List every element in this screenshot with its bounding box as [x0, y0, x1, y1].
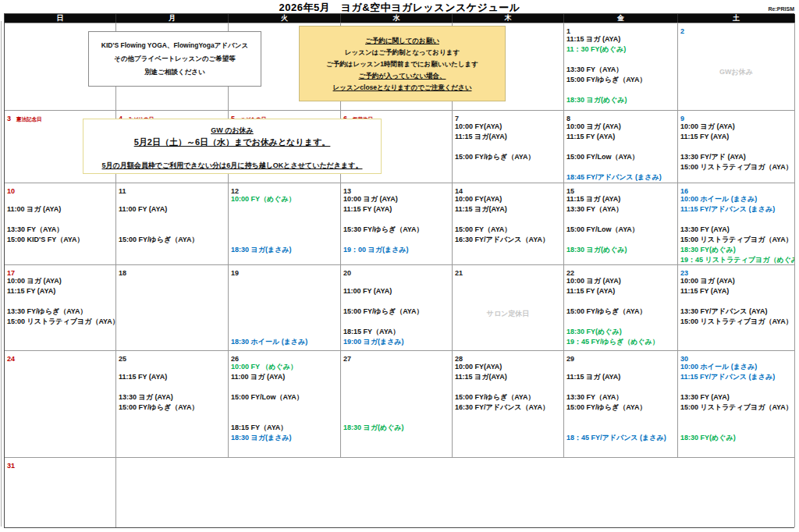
day-cell-14: 1410:00 FY(AYA)11:15 ヨガ(AYA) 15:00 FY（AY… [453, 183, 564, 264]
lesson-entry: 13:30 FY（AYA） [566, 65, 675, 75]
lesson-entry: 19：45 リストラティブヨガ（めぐみ） [680, 255, 792, 264]
lesson-entry: 11:00 ヨガ (AYA) [7, 204, 113, 215]
spacer-line [343, 362, 449, 372]
spacer-line [343, 296, 449, 307]
day-cell-7: 710:00 FY(AYA)11:15 ヨガ(AYA) 15:00 FY/ゆらぎ… [453, 110, 564, 183]
day-header-line: 1 [566, 24, 675, 34]
spacer-line [680, 423, 792, 433]
spacer-line [566, 413, 675, 423]
lesson-entry: 18：45 FY/アドバンス (まさみ) [566, 433, 675, 443]
day-number: 18 [119, 269, 126, 277]
day-cell-19: 19 18:30 ホイール (まさみ) [229, 264, 341, 350]
weekday-header: 火 [229, 14, 341, 23]
spacer-line [343, 235, 449, 245]
day-cell-10: 10 11:00 ヨガ (AYA) 13:30 FY（AYA）15:00 KID… [5, 183, 116, 264]
spacer-line [231, 403, 338, 413]
spacer-line [343, 413, 449, 423]
day-header-line: 22 [566, 266, 675, 276]
private-lesson-note: KID'S Flowing YOGA、FlowingYogaアドバンスその他プラ… [88, 31, 261, 87]
lesson-entry: 11:15 ヨガ(AYA) [455, 372, 561, 382]
lesson-entry: 11:00 FY (AYA) [119, 204, 225, 215]
lesson-entry: 15:00 リストラティブヨガ（AYA） [680, 317, 792, 327]
day-header-line: 24 [7, 352, 113, 362]
spacer-line [343, 382, 449, 392]
lesson-entry: 15:00 KID'S FY（AYA） [7, 235, 113, 245]
lesson-entry: 15:00 リストラティブヨガ（AYA） [7, 317, 113, 327]
lesson-entry: 10:00 ホイール (まさみ) [680, 362, 792, 372]
lesson-entry: 19:00 ヨガ(まさみ) [343, 337, 449, 347]
spacer-line [231, 235, 338, 245]
lesson-entry: 10:00 ヨガ (AYA) [680, 276, 792, 286]
day-header-line: 10 [7, 184, 113, 194]
lesson-entry: 18:30 ヨガ(めぐみ) [566, 95, 675, 105]
lesson-entry: 19：45 FY/ゆらぎ（めぐみ） [566, 337, 675, 347]
spacer-line [566, 142, 675, 152]
day-cell-16: 1610:00 ホイール (まさみ)11:15 FY/アドバンス (まさみ) 1… [678, 183, 795, 264]
lesson-entry: 10:00 FY(AYA) [455, 362, 561, 372]
lesson-entry: 11:15 FY (AYA) [680, 286, 792, 296]
day-header-line: 31 [7, 459, 113, 469]
spacer-line [566, 215, 675, 225]
spacer-line [343, 403, 449, 413]
lesson-entry: 13:30 FY（AYA） [566, 204, 675, 215]
lesson-entry: 13:30 FY/アドバンス (AYA) [680, 307, 792, 317]
spacer-line [231, 225, 338, 235]
lesson-entry: 18:30 FY(めぐみ) [680, 433, 792, 443]
spacer-line [7, 215, 113, 225]
lesson-entry: 15:00 FY/ゆらぎ（AYA） [566, 75, 675, 85]
spacer-line [231, 307, 338, 317]
day-header-line: 14 [455, 184, 561, 194]
spacer-line [231, 317, 338, 327]
day-header-line: 29 [566, 352, 675, 362]
note-line: その他プライベートレッスンのご希望等 [89, 52, 261, 66]
spacer-line [455, 382, 561, 392]
day-cell-23: 2310:00 ヨガ (AYA)11:15 FY (AYA) 13:30 FY/… [678, 264, 795, 350]
day-cell-2: 2GWお休み [678, 23, 795, 110]
lesson-entry: 10:00 ホイール (まさみ) [680, 194, 792, 204]
lesson-entry: 18:30 ヨガ(まさみ) [231, 433, 338, 443]
day-header-line: 17 [7, 266, 113, 276]
spacer-line [231, 327, 338, 337]
spacer-line [455, 215, 561, 225]
day-cell-28: 2810:00 FY(AYA)11:15 ヨガ(AYA) 15:00 FY/ゆら… [453, 350, 564, 457]
note-line: GW のお休み [83, 125, 381, 137]
spacer-line [566, 55, 675, 65]
spacer-line [455, 142, 561, 152]
spacer-line [231, 215, 338, 225]
day-header-line: 2 [680, 24, 792, 34]
day-header-line: 12 [231, 184, 338, 194]
lesson-entry: 11:15 FY (AYA) [119, 372, 225, 382]
lesson-entry: 10:00 FY(AYA) [455, 194, 561, 204]
lesson-entry: 11:15 ヨガ(AYA) [455, 132, 561, 142]
lesson-entry: 13:30 FY (AYA) [680, 392, 792, 403]
holiday-label: 憲法記念日 [16, 116, 42, 122]
day-header-line: 21 [455, 266, 561, 276]
spacer-line [566, 382, 675, 392]
day-header-line: 16 [680, 184, 792, 194]
day-cell-27: 27 18:30 ヨガ(めぐみ) [341, 350, 453, 457]
lesson-entry: 11:15 ヨガ(AYA) [455, 204, 561, 215]
day-header-line: 11 [119, 184, 225, 194]
lesson-entry: 11:15 ヨガ (AYA) [566, 34, 675, 44]
day-cell-22: 2210:00 ヨガ (AYA)11:15 FY (AYA) 15:00 FY/… [564, 264, 678, 350]
day-header-line: 8 [566, 112, 675, 122]
lesson-entry: 18:30 FY(めぐみ) [566, 327, 675, 337]
lesson-entry: 13:30 FY（AYA） [7, 225, 113, 235]
lesson-entry: 18:30 FY(めぐみ) [680, 245, 792, 255]
day-cell-9: 910:00 ヨガ (AYA)11:15 FY (AYA) 13:30 FY/ア… [678, 110, 795, 183]
lesson-entry: 18:30 ヨガ(まさみ) [231, 245, 338, 255]
note-line: 5月2日（土）～6日（水）までお休みとなります。 [83, 137, 381, 148]
spacer-line [231, 296, 338, 307]
lesson-entry: 13:30 FY (AYA) [680, 225, 792, 235]
day-cell-24: 24 [5, 350, 116, 457]
lesson-entry: 15:00 FY/ゆらぎ（AYA） [566, 403, 675, 413]
lesson-entry: 10:00 ヨガ (AYA) [680, 122, 792, 132]
spacer-line [231, 204, 338, 215]
day-number: 24 [7, 355, 15, 363]
lesson-entry: 16:30 FY/アドバンス（AYA） [455, 235, 561, 245]
lesson-entry: 15:00 FY/ゆらぎ（AYA） [119, 235, 225, 245]
day-header-line: 15 [566, 184, 675, 194]
spacer-line [119, 194, 225, 204]
spacer-line [566, 317, 675, 327]
note-line: ご予約が入っていない場合、 [300, 70, 505, 82]
